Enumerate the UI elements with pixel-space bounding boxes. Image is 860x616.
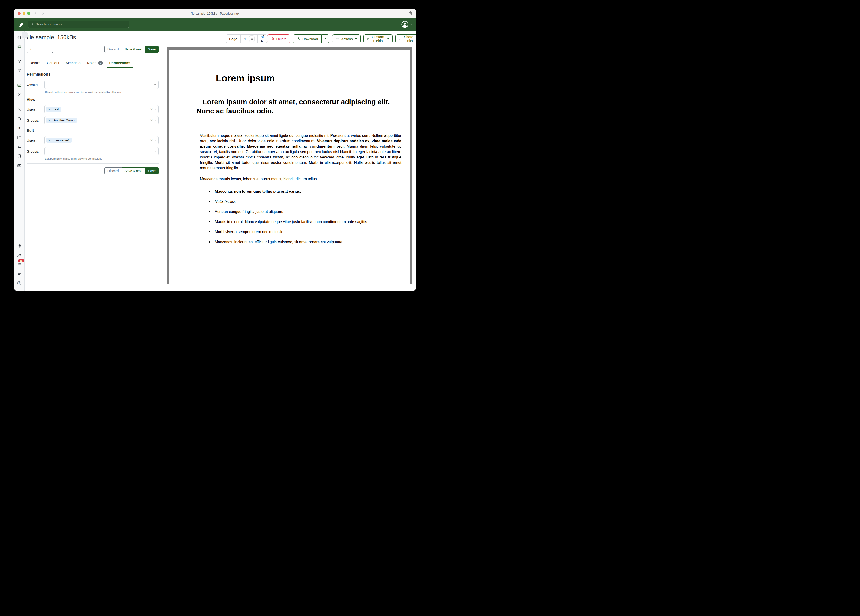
chip-remove-icon[interactable]: ×	[47, 107, 52, 112]
save-button-group-bottom: Discard Save & next Save	[104, 167, 159, 174]
view-section-heading: View	[27, 97, 159, 102]
share-links-button[interactable]: Share Links	[395, 34, 416, 43]
owner-select[interactable]	[44, 80, 159, 89]
edit-section-heading: Edit	[27, 129, 159, 133]
chip-remove-icon[interactable]: ×	[47, 138, 52, 143]
dropdown-caret-icon	[154, 120, 156, 121]
tab-details[interactable]: Details	[27, 58, 43, 68]
tab-permissions[interactable]: Permissions	[107, 58, 133, 68]
close-window-button[interactable]	[18, 12, 20, 15]
search-input[interactable]	[35, 22, 127, 26]
sidebar-item-mail[interactable]	[16, 162, 23, 169]
sidebar-item-correspondents[interactable]	[16, 106, 23, 113]
dropdown-caret-icon	[387, 38, 389, 39]
tasks-count-badge: 16	[18, 259, 24, 262]
document-preview-frame[interactable]: Lorem ipsum Lorem ipsum dolor sit amet, …	[167, 47, 412, 284]
edit-groups-select[interactable]	[44, 147, 159, 156]
close-document-button[interactable]: ×	[27, 46, 35, 53]
sidebar-item-document-types[interactable]: #	[16, 124, 23, 132]
page-number-input[interactable]	[244, 37, 248, 41]
funnel-icon	[17, 69, 21, 72]
sidebar-item-saved-view-2[interactable]	[16, 67, 23, 74]
preview-pane: Page of 4 Delete	[162, 30, 416, 291]
sidebar-item-open-document[interactable]	[16, 82, 23, 89]
user-menu[interactable]	[401, 21, 412, 28]
zoom-window-button[interactable]	[27, 12, 30, 15]
doc-paragraph: Maecenas mauris lectus, lobortis et puru…	[200, 176, 401, 182]
sidebar-item-storage-paths[interactable]	[16, 134, 23, 141]
dropdown-caret-icon	[154, 84, 156, 85]
list-task-icon	[17, 263, 18, 264]
clear-selection-icon[interactable]: ×	[149, 107, 154, 111]
user-menu-caret-icon	[410, 24, 412, 25]
tab-content[interactable]: Content	[44, 58, 62, 68]
view-groups-select[interactable]: × Another Group ×	[44, 116, 159, 124]
permissions-form: Permissions Owner: Objects without an ow…	[27, 68, 159, 174]
app-navbar	[14, 18, 416, 30]
person-icon	[19, 108, 20, 109]
notes-count-badge: 5	[98, 61, 103, 65]
text-lines-icon	[18, 273, 21, 275]
edit-groups-label: Groups:	[27, 149, 44, 153]
sidebar-item-saved-view-1[interactable]	[16, 58, 23, 65]
dropdown-caret-icon	[154, 109, 156, 110]
sidebar-item-documents[interactable]	[16, 43, 23, 50]
discard-button[interactable]: Discard	[104, 167, 121, 174]
document-title: file-sample_150kBs	[27, 34, 159, 41]
sidebar-item-users-groups[interactable]	[16, 251, 23, 259]
save-next-button[interactable]: Save & next	[122, 46, 145, 53]
trash-icon	[271, 37, 275, 41]
clear-selection-icon[interactable]: ×	[149, 119, 154, 122]
doc-list-item: Aenean congue fringilla justo ut aliquam…	[213, 209, 401, 214]
doc-list-item: Nulla facilisi.	[213, 199, 401, 204]
sidebar-item-logs[interactable]	[16, 270, 23, 278]
actions-button[interactable]: Actions	[332, 34, 361, 43]
sidebar-item-tasks[interactable]: 16	[16, 261, 23, 268]
doc-heading-2: Lorem ipsum dolor sit amet, consectetur …	[196, 97, 401, 115]
save-button[interactable]: Save	[145, 46, 159, 53]
save-next-button[interactable]: Save & next	[122, 167, 145, 174]
sidebar: #	[14, 30, 25, 291]
browser-forward-icon[interactable]	[41, 11, 45, 15]
user-avatar-icon	[401, 21, 408, 28]
tab-metadata[interactable]: Metadata	[63, 58, 83, 68]
delete-button[interactable]: Delete	[267, 34, 290, 43]
sidebar-item-settings[interactable]	[16, 242, 23, 249]
sidebar-item-close-all-documents[interactable]	[16, 91, 23, 98]
discard-button[interactable]: Discard	[104, 46, 121, 53]
next-document-button[interactable]: →	[44, 46, 53, 53]
three-dots-icon	[336, 37, 339, 41]
view-users-select[interactable]: × test ×	[44, 105, 159, 113]
owner-hint: Objects without an owner can be viewed a…	[44, 91, 159, 93]
sidebar-expand-toggle[interactable]	[22, 32, 28, 38]
doc-bullet-list: Maecenas non lorem quis tellus placerat …	[200, 189, 401, 245]
close-icon	[18, 94, 20, 96]
custom-fields-button[interactable]: Custom Fields	[363, 34, 393, 43]
download-options-button[interactable]	[322, 34, 329, 43]
sidebar-item-tags[interactable]	[16, 115, 23, 122]
page-navigation: Page of 4	[226, 34, 267, 43]
browser-back-icon[interactable]	[34, 11, 38, 15]
sidebar-item-help[interactable]: ?	[16, 280, 23, 287]
clear-selection-icon[interactable]: ×	[149, 138, 154, 142]
permissions-heading: Permissions	[27, 72, 159, 77]
people-icon	[18, 254, 19, 255]
download-button[interactable]: Download	[293, 34, 322, 43]
document-nav-group: × ← →	[27, 46, 53, 53]
dropdown-caret-icon	[154, 151, 156, 152]
chip-remove-icon[interactable]: ×	[47, 118, 52, 123]
previous-document-button[interactable]: ←	[35, 46, 44, 53]
view-groups-label: Groups:	[27, 119, 44, 122]
share-icon[interactable]	[408, 11, 413, 16]
page-stepper[interactable]	[249, 36, 254, 42]
titlebar: file-sample_150kBs - Paperless-ngx	[14, 9, 416, 18]
minimize-window-button[interactable]	[22, 12, 25, 15]
save-button[interactable]: Save	[145, 167, 159, 174]
sidebar-item-custom-fields[interactable]	[16, 143, 23, 150]
sidebar-item-workflows[interactable]	[16, 152, 23, 160]
edit-users-select[interactable]: × username2 ×	[44, 136, 159, 145]
tab-notes[interactable]: Notes5	[84, 58, 106, 68]
preview-toolbar: Page of 4 Delete	[167, 34, 412, 43]
content-area: #	[14, 30, 416, 291]
selected-user-chip: × test	[47, 107, 61, 112]
